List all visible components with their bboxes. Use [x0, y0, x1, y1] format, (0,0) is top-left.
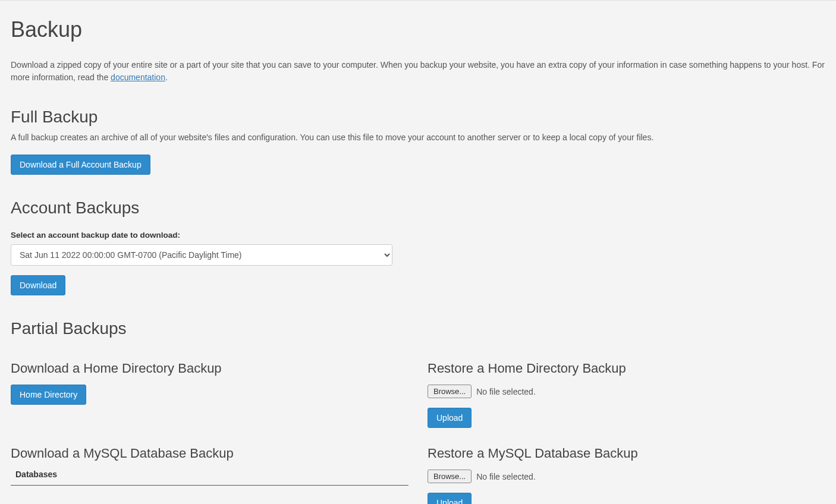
restore-db-filepicker: Browse... No file selected. [428, 470, 536, 483]
download-account-backup-button[interactable]: Download [11, 275, 65, 295]
restore-home-col: Restore a Home Directory Backup Browse..… [428, 343, 825, 428]
restore-db-col: Restore a MySQL Database Backup Browse..… [428, 428, 825, 504]
page-title: Backup [11, 17, 825, 42]
restore-home-heading: Restore a Home Directory Backup [428, 361, 825, 376]
restore-db-browse-button[interactable]: Browse... [428, 470, 472, 483]
download-db-heading: Download a MySQL Database Backup [11, 446, 408, 461]
page-container: Backup Download a zipped copy of your en… [0, 1, 836, 504]
restore-home-nofile-text: No file selected. [476, 387, 536, 396]
account-backups-heading: Account Backups [11, 199, 825, 218]
partial-row-db: Download a MySQL Database Backup Databas… [11, 428, 825, 504]
db-table-header-row: Databases [11, 470, 408, 486]
download-home-col: Download a Home Directory Backup Home Di… [11, 343, 408, 428]
full-backup-heading: Full Backup [11, 108, 825, 127]
page-intro: Download a zipped copy of your entire si… [11, 59, 825, 84]
restore-home-browse-button[interactable]: Browse... [428, 385, 472, 398]
partial-backups-heading: Partial Backups [11, 319, 825, 338]
restore-db-upload-button[interactable]: Upload [428, 493, 472, 504]
partial-row-home: Download a Home Directory Backup Home Di… [11, 343, 825, 428]
account-backup-date-label: Select an account backup date to downloa… [11, 231, 825, 240]
restore-home-upload-button[interactable]: Upload [428, 408, 472, 428]
restore-db-heading: Restore a MySQL Database Backup [428, 446, 825, 461]
full-backup-desc: A full backup creates an archive of all … [11, 131, 825, 144]
download-db-col: Download a MySQL Database Backup Databas… [11, 428, 408, 504]
download-home-directory-button[interactable]: Home Directory [11, 385, 86, 405]
download-full-backup-button[interactable]: Download a Full Account Backup [11, 155, 150, 175]
documentation-link[interactable]: documentation [111, 73, 165, 82]
db-table-header: Databases [15, 470, 57, 479]
restore-home-filepicker: Browse... No file selected. [428, 385, 536, 398]
restore-db-nofile-text: No file selected. [476, 472, 536, 481]
download-home-heading: Download a Home Directory Backup [11, 361, 408, 376]
account-backup-date-select[interactable]: Sat Jun 11 2022 00:00:00 GMT-0700 (Pacif… [11, 244, 392, 266]
intro-text-suffix: . [165, 73, 168, 82]
